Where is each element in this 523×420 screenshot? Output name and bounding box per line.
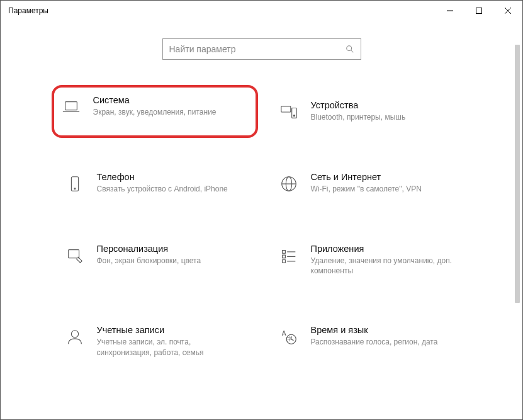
close-button[interactable] [493, 1, 522, 21]
tile-text: Время и язык Распознавание голоса, регио… [311, 325, 459, 347]
tile-desc: Фон, экран блокировки, цвета [97, 256, 245, 266]
tile-desc: Связать устройство с Android, iPhone [97, 184, 245, 194]
tile-title: Система [93, 95, 249, 105]
tile-system[interactable]: Система Экран, звук, уведомления, питани… [52, 85, 258, 138]
tile-title: Время и язык [311, 325, 459, 335]
tile-text: Телефон Связать устройство с Android, iP… [97, 172, 245, 194]
tile-text: Приложения Удаление, значения по умолчан… [311, 244, 459, 276]
svg-rect-21 [282, 260, 285, 263]
scrollbar[interactable] [511, 21, 521, 419]
tile-desc: Экран, звук, уведомления, питание [93, 107, 249, 117]
tile-text: Персонализация Фон, экран блокировки, цв… [97, 244, 245, 266]
person-icon [64, 326, 86, 348]
settings-grid: Система Экран, звук, уведомления, питани… [60, 95, 463, 363]
tile-text: Система Экран, звук, уведомления, питани… [93, 95, 249, 117]
tile-network[interactable]: Сеть и Интернет Wi-Fi, режим "в самолете… [274, 167, 463, 200]
tile-time-language[interactable]: A字 Время и язык Распознавание голоса, ре… [274, 320, 463, 362]
time-language-icon: A字 [278, 326, 300, 348]
svg-rect-1 [476, 8, 482, 14]
content-area: Система Экран, звук, уведомления, питани… [1, 21, 522, 419]
svg-text:A: A [281, 331, 286, 338]
maximize-button[interactable] [464, 1, 493, 21]
tile-title: Учетные записи [97, 325, 245, 335]
svg-line-5 [351, 50, 353, 53]
search-input[interactable] [169, 44, 346, 54]
laptop-icon [60, 96, 82, 118]
svg-text:字: 字 [287, 336, 292, 342]
tile-title: Персонализация [97, 244, 245, 254]
svg-rect-8 [281, 106, 290, 112]
tile-text: Учетные записи Учетные записи, эл. почта… [97, 325, 245, 357]
tile-personalization[interactable]: Персонализация Фон, экран блокировки, цв… [60, 239, 249, 281]
tile-desc: Удаление, значения по умолчанию, доп. ко… [311, 256, 459, 276]
tile-phone[interactable]: Телефон Связать устройство с Android, iP… [60, 167, 249, 200]
scrollbar-thumb[interactable] [515, 45, 520, 303]
tile-desc: Wi-Fi, режим "в самолете", VPN [311, 184, 459, 194]
tile-desc: Bluetooth, принтеры, мышь [311, 112, 459, 122]
svg-rect-19 [282, 255, 285, 258]
svg-point-10 [293, 115, 295, 116]
globe-icon [278, 173, 300, 195]
minimize-button[interactable] [436, 1, 464, 21]
svg-point-12 [74, 188, 76, 190]
tile-accounts[interactable]: Учетные записи Учетные записи, эл. почта… [60, 320, 249, 362]
paintbrush-icon [64, 245, 86, 266]
settings-window: Параметры [0, 0, 523, 420]
tile-desc: Учетные записи, эл. почта, синхронизация… [97, 337, 245, 357]
search-container [1, 21, 522, 72]
tile-title: Устройства [311, 100, 459, 110]
svg-rect-6 [65, 102, 77, 110]
svg-point-23 [71, 331, 78, 338]
tile-title: Сеть и Интернет [311, 172, 459, 182]
search-icon [346, 45, 354, 54]
phone-icon [64, 173, 86, 195]
tile-text: Устройства Bluetooth, принтеры, мышь [311, 100, 459, 122]
svg-rect-16 [68, 250, 79, 258]
svg-rect-17 [282, 251, 285, 254]
tile-devices[interactable]: Устройства Bluetooth, принтеры, мышь [274, 95, 463, 128]
titlebar: Параметры [1, 1, 522, 21]
svg-point-4 [346, 46, 351, 51]
window-controls [436, 1, 522, 21]
tile-desc: Распознавание голоса, регион, дата [311, 337, 459, 347]
tile-apps[interactable]: Приложения Удаление, значения по умолчан… [274, 239, 463, 281]
tile-text: Сеть и Интернет Wi-Fi, режим "в самолете… [311, 172, 459, 194]
window-title: Параметры [8, 6, 48, 15]
devices-icon [278, 101, 300, 123]
search-box[interactable] [162, 38, 361, 60]
apps-icon [278, 245, 300, 266]
tile-title: Телефон [97, 172, 245, 182]
tile-title: Приложения [311, 244, 459, 254]
